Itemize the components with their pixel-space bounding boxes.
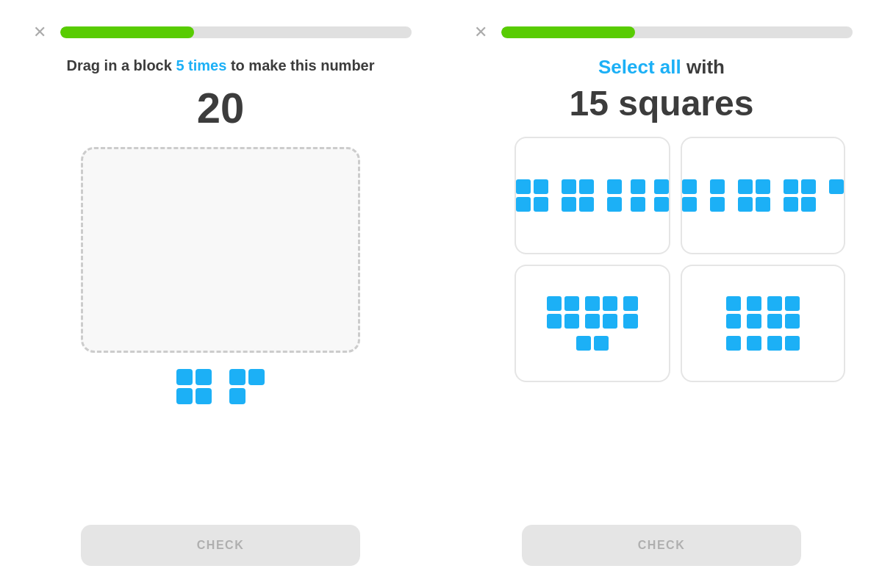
sq [603,296,617,311]
target-label: 15 squares [570,83,754,123]
sq [654,197,669,212]
instruction-text-after: to make this number [226,57,374,74]
instruction-with: with [681,56,725,78]
choice-card-1[interactable] [514,137,670,254]
close-icon: ✕ [33,24,46,40]
sq [229,388,245,404]
sq [562,179,576,194]
sq [229,369,245,385]
instruction-highlight: 5 times [176,57,226,74]
close-icon: ✕ [474,24,487,40]
sq [623,296,638,311]
draggable-block-2x2[interactable] [176,369,212,404]
sq [534,179,548,194]
right-check-button[interactable]: CHECK [522,525,801,566]
right-close-button[interactable]: ✕ [470,22,491,43]
sq [579,179,594,194]
choices-grid [514,137,808,382]
drop-zone[interactable] [81,147,360,353]
left-progress-bar-fill [60,26,194,38]
right-panel: ✕ Select all with 15 squares [441,0,882,588]
sq [784,197,798,212]
sq [756,197,770,212]
sq [784,179,798,194]
sq [767,296,782,311]
sq [516,179,531,194]
left-close-button[interactable]: ✕ [29,22,50,43]
sq [747,314,761,329]
choice-pattern-1 [516,179,669,212]
sq [547,314,562,329]
sq [547,296,562,311]
sq [726,314,741,329]
sq [747,336,761,351]
sq [756,179,770,194]
choice-card-4[interactable] [681,265,845,382]
right-instruction: Select all with [598,56,725,79]
right-header: ✕ [470,22,853,43]
sq [747,296,761,311]
sq [564,296,579,311]
left-check-button[interactable]: CHECK [81,525,360,566]
sq [801,179,816,194]
sq [623,314,638,329]
sq [534,197,548,212]
sq [603,314,617,329]
draggable-block-l[interactable] [229,369,265,404]
sq [726,336,741,351]
instruction-select-highlight: Select all [598,56,681,78]
sq [710,197,725,212]
left-panel: ✕ Drag in a block 5 times to make this n… [0,0,441,588]
sq [726,296,741,311]
sq [516,197,531,212]
sq [585,314,600,329]
choice-pattern-3 [547,296,638,351]
right-progress-bar-bg [501,26,853,38]
sq-empty [829,197,844,212]
sq [631,179,645,194]
sq [607,197,622,212]
sq [738,179,753,194]
sq [176,388,193,404]
sq [576,336,591,351]
sq [682,197,697,212]
sq [710,179,725,194]
sq [631,197,645,212]
sq [564,314,579,329]
sq [585,296,600,311]
sq [248,369,265,385]
choice-pattern-2 [682,179,844,212]
sq [738,197,753,212]
sq [767,336,782,351]
app-panels: ✕ Drag in a block 5 times to make this n… [0,0,882,588]
sq [176,369,193,385]
sq [829,179,844,194]
sq [801,197,816,212]
choice-pattern-4 [726,296,800,351]
draggable-blocks-row [176,369,265,404]
sq [785,314,800,329]
instruction-text-before: Drag in a block [66,57,176,74]
left-progress-bar-bg [60,26,412,38]
target-number: 20 [197,83,245,132]
sq [579,197,594,212]
sq [767,314,782,329]
sq [682,179,697,194]
left-header: ✕ [29,22,412,43]
choice-card-2[interactable] [681,137,845,254]
right-progress-bar-fill [501,26,635,38]
sq [562,197,576,212]
sq [654,179,669,194]
sq [607,179,622,194]
sq [594,336,609,351]
sq [196,369,212,385]
sq [196,388,212,404]
sq [785,336,800,351]
left-instruction: Drag in a block 5 times to make this num… [66,56,374,76]
choice-card-3[interactable] [514,265,670,382]
sq [785,296,800,311]
sq-empty [248,388,265,404]
